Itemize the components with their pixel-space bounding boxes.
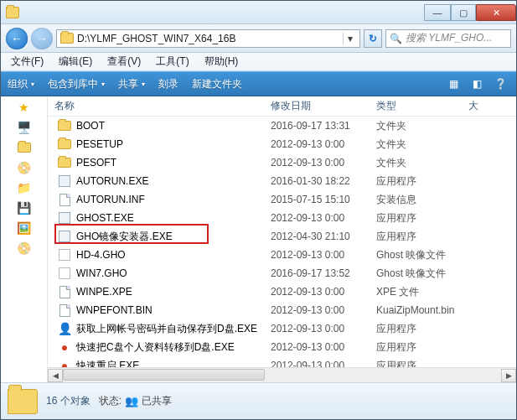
folder-icon [60, 33, 74, 44]
file-row[interactable]: ●快速把C盘个人资料转移到D盘.EXE2012-09-13 0:00应用程序 [48, 338, 516, 356]
back-button[interactable]: ← [6, 28, 28, 49]
address-bar[interactable]: D:\YLMF_GHOST_WIN7_X64_16B ▾ [56, 29, 360, 48]
fav-item[interactable]: 🖼️ [17, 220, 32, 236]
file-date: 2012-04-30 21:10 [271, 231, 376, 242]
folder-icon [58, 119, 71, 132]
nav-bar: ← → D:\YLMF_GHOST_WIN7_X64_16B ▾ ↻ 🔍 搜索 … [1, 24, 516, 53]
tb-new-folder[interactable]: 新建文件夹 [192, 77, 242, 91]
file-rows[interactable]: BOOT2016-09-17 13:31文件夹PESETUP2012-09-13… [48, 117, 516, 367]
menu-tools[interactable]: 工具(T) [149, 53, 195, 70]
file-type: 应用程序 [376, 359, 494, 368]
file-row[interactable]: WIN7.GHO2016-09-17 13:52Ghost 映像文件 [48, 264, 516, 283]
file-date: 2016-09-17 13:31 [271, 120, 376, 132]
file-date: 2012-09-13 0:00 [271, 286, 376, 298]
fav-item[interactable] [17, 140, 32, 155]
file-date: 2012-09-13 0:00 [271, 304, 376, 316]
file-row[interactable]: GHO镜像安装器.EXE2012-04-30 21:10应用程序 [48, 227, 516, 246]
menu-view[interactable]: 查看(V) [101, 53, 147, 70]
file-row[interactable]: HD-4.GHO2012-09-13 0:00Ghost 映像文件 [48, 246, 516, 264]
app-icon: ● [58, 340, 71, 354]
file-name: PESETUP [76, 138, 123, 150]
address-dropdown[interactable]: ▾ [343, 33, 356, 44]
fav-item[interactable]: 📀 [17, 160, 32, 175]
folder-icon [6, 7, 19, 18]
file-name: HD-4.GHO [76, 249, 126, 261]
search-placeholder: 搜索 YLMF_GHO... [406, 31, 492, 45]
scroll-left-button[interactable]: ◀ [48, 369, 63, 382]
tb-organize[interactable]: 组织 ▾ [8, 77, 34, 91]
exe-icon [58, 174, 71, 188]
preview-pane-icon[interactable]: ◧ [468, 76, 486, 91]
scroll-right-button[interactable]: ▶ [501, 369, 516, 382]
folder-icon [58, 156, 71, 169]
scroll-track[interactable] [63, 369, 501, 382]
file-type: Ghost 映像文件 [376, 267, 494, 281]
file-row[interactable]: WINPE.XPE2012-09-13 0:00XPE 文件 [48, 283, 516, 301]
file-row[interactable]: WNPEFONT.BIN2012-09-13 0:00KuaiZipMount.… [48, 301, 516, 319]
file-list-pane: 名称 修改日期 类型 大 BOOT2016-09-17 13:31文件夹PESE… [48, 96, 516, 382]
menu-file[interactable]: 文件(F) [4, 53, 50, 70]
file-icon [58, 285, 71, 298]
app-icon: ● [58, 359, 71, 367]
body: ★ 🖥️ 📀 📁 💾 🖼️ 📀 名称 修改日期 类型 大 BOOT2016-09… [1, 96, 516, 382]
search-input[interactable]: 🔍 搜索 YLMF_GHO... [385, 29, 511, 48]
file-row[interactable]: PESOFT2012-09-13 0:00文件夹 [48, 153, 516, 172]
file-type: 应用程序 [376, 174, 494, 189]
gho-icon [58, 267, 71, 280]
file-name: GHOST.EXE [76, 212, 134, 224]
address-path: D:\YLMF_GHOST_WIN7_X64_16B [77, 33, 339, 44]
file-row[interactable]: AUTORUN.INF2015-07-15 15:10安装信息 [48, 190, 516, 209]
refresh-button[interactable]: ↻ [364, 29, 382, 48]
horizontal-scrollbar[interactable]: ◀ ▶ [48, 367, 516, 382]
file-row[interactable]: GHOST.EXE2012-09-13 0:00应用程序 [48, 209, 516, 227]
col-name[interactable]: 名称 [54, 99, 271, 113]
col-size[interactable]: 大 [468, 99, 516, 113]
fav-item[interactable]: 🖥️ [17, 120, 32, 135]
file-name: BOOT [76, 120, 105, 132]
file-date: 2012-09-13 0:00 [271, 249, 376, 261]
file-row[interactable]: 👤获取上网帐号密码并自动保存到D盘.EXE2012-09-13 0:00应用程序 [48, 319, 516, 338]
file-name: AUTORUN.EXE [76, 175, 148, 187]
file-date: 2012-09-13 0:00 [271, 157, 376, 169]
view-options-icon[interactable]: ▦ [444, 76, 463, 91]
file-name: 获取上网帐号密码并自动保存到D盘.EXE [76, 322, 257, 336]
file-row[interactable]: BOOT2016-09-17 13:31文件夹 [48, 117, 516, 135]
menu-edit[interactable]: 编辑(E) [52, 53, 99, 70]
close-button[interactable]: ✕ [476, 4, 516, 21]
col-type[interactable]: 类型 [376, 99, 468, 113]
col-date[interactable]: 修改日期 [271, 99, 376, 113]
maximize-button[interactable]: ▢ [451, 4, 476, 21]
tb-include-library[interactable]: 包含到库中 ▾ [48, 77, 105, 91]
tb-share[interactable]: 共享 ▾ [118, 77, 145, 91]
file-type: 应用程序 [376, 340, 494, 355]
fav-item[interactable]: 📁 [17, 180, 32, 195]
fav-item[interactable]: 💾 [17, 200, 32, 215]
file-name: AUTORUN.INF [76, 194, 145, 205]
menu-help[interactable]: 帮助(H) [198, 53, 246, 70]
file-row[interactable]: AUTORUN.EXE2016-01-30 18:22应用程序 [48, 172, 516, 190]
status-count: 16 个对象 [46, 394, 90, 408]
favorites-pane[interactable]: ★ 🖥️ 📀 📁 💾 🖼️ 📀 [1, 96, 48, 382]
file-name: GHO镜像安装器.EXE [76, 230, 173, 244]
file-name: 快速重启.EXE [76, 359, 139, 368]
file-date: 2012-09-13 0:00 [271, 323, 376, 334]
exe-icon [58, 230, 71, 243]
app-icon: 👤 [58, 322, 71, 335]
help-icon[interactable]: ❔ [491, 76, 509, 91]
file-row[interactable]: ●快速重启.EXE2012-09-13 0:00应用程序 [48, 356, 516, 367]
window-controls: — ▢ ✕ [424, 3, 516, 21]
file-row[interactable]: PESETUP2012-09-13 0:00文件夹 [48, 135, 516, 153]
fav-item[interactable]: 📀 [17, 241, 32, 256]
favorites-star-icon[interactable]: ★ [17, 100, 32, 115]
file-date: 2012-09-13 0:00 [271, 341, 376, 353]
exe-icon [58, 211, 71, 225]
column-headers: 名称 修改日期 类型 大 [48, 96, 516, 117]
folder-icon [8, 389, 38, 414]
tb-burn[interactable]: 刻录 [158, 77, 178, 91]
titlebar[interactable]: — ▢ ✕ [1, 1, 516, 24]
forward-button[interactable]: → [31, 28, 53, 49]
file-name: WNPEFONT.BIN [76, 304, 153, 316]
scroll-thumb[interactable] [63, 369, 265, 381]
minimize-button[interactable]: — [424, 4, 451, 21]
file-name: PESOFT [76, 157, 116, 169]
